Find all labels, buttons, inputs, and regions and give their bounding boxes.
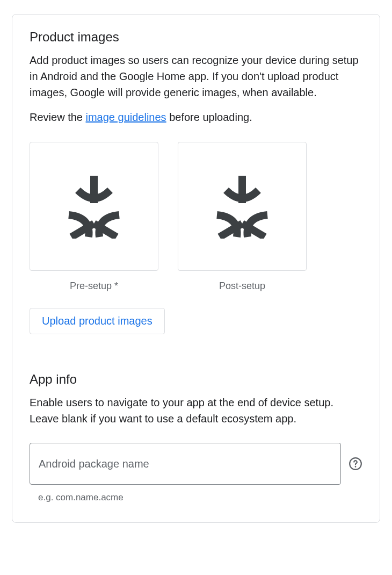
- review-prefix: Review the: [30, 111, 86, 123]
- pre-setup-tile: Pre-setup *: [30, 142, 158, 292]
- product-images-description: Add product images so users can recogniz…: [30, 52, 362, 100]
- post-setup-image-box[interactable]: [178, 142, 307, 271]
- product-images-title: Product images: [30, 30, 362, 45]
- app-info-title: App info: [30, 372, 362, 387]
- package-helper-text: e.g. com.name.acme: [38, 492, 362, 503]
- post-setup-tile: Post-setup: [178, 142, 307, 292]
- help-icon[interactable]: [349, 457, 362, 471]
- review-suffix: before uploading.: [166, 111, 252, 123]
- matter-icon: [207, 174, 277, 239]
- android-package-input[interactable]: [30, 443, 341, 485]
- package-input-row: [30, 443, 362, 485]
- review-line: Review the image guidelines before uploa…: [30, 111, 362, 124]
- matter-icon: [59, 174, 129, 239]
- pre-setup-image-box[interactable]: [30, 142, 158, 271]
- settings-card: Product images Add product images so use…: [12, 14, 380, 523]
- android-package-field: [30, 443, 341, 485]
- app-info-section: App info Enable users to navigate to you…: [30, 372, 362, 503]
- app-info-description: Enable users to navigate to your app at …: [30, 394, 362, 427]
- svg-point-1: [355, 466, 357, 468]
- upload-product-images-button[interactable]: Upload product images: [30, 308, 165, 334]
- image-tiles-row: Pre-setup * Post-setup: [30, 142, 362, 292]
- image-guidelines-link[interactable]: image guidelines: [86, 111, 166, 123]
- pre-setup-caption: Pre-setup *: [30, 281, 158, 292]
- post-setup-caption: Post-setup: [178, 281, 307, 292]
